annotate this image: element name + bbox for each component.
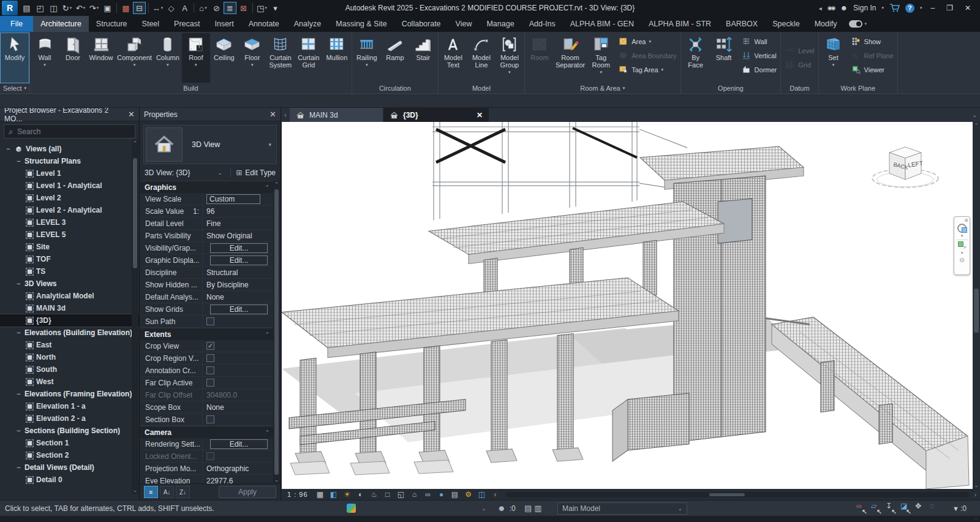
ribbon-button-floor[interactable]: Floor▾	[238, 33, 266, 83]
scrollbar-thumb[interactable]	[709, 493, 745, 496]
tab-modify[interactable]: Modify	[807, 16, 845, 32]
instance-dropdown-icon[interactable]: ⌄	[218, 170, 223, 176]
ribbon-button-area[interactable]: Area▾	[618, 35, 676, 48]
select-links-icon[interactable]: ∞↖	[854, 502, 868, 515]
tab-collaborate[interactable]: Collaborate	[394, 16, 448, 32]
project-properties-icon[interactable]: ▤	[20, 2, 33, 14]
select-underlay-elements-icon[interactable]: ▱↖	[869, 502, 883, 515]
ribbon-button-set[interactable]: Set▾	[820, 33, 848, 83]
tree-item-level-3[interactable]: LEVEL 3	[0, 216, 139, 229]
ribbon-button-stair[interactable]: Stair	[409, 33, 437, 83]
tab-insert[interactable]: Insert	[207, 16, 241, 32]
insert-image-icon[interactable]: ▩	[119, 2, 132, 14]
viewport-horizontal-scrollbar[interactable]	[506, 492, 969, 497]
property-value[interactable]	[203, 377, 274, 388]
redo-icon[interactable]: ↷▾	[88, 2, 100, 14]
tree-item-level-5[interactable]: LEVEL 5	[0, 229, 139, 241]
collapse-icon[interactable]: −	[15, 390, 22, 398]
reveal-hidden-elements-icon[interactable]: ∞	[423, 490, 433, 499]
temporary-view-properties-icon[interactable]: ▤	[450, 490, 460, 499]
tree-item-ts[interactable]: TS	[0, 265, 139, 278]
background-processes-icon[interactable]: ◌	[928, 502, 941, 515]
tab-speckle[interactable]: Speckle	[765, 16, 807, 32]
tree-item-3d[interactable]: {3D}	[0, 314, 139, 327]
dropdown-arrow-icon[interactable]: ▾	[195, 61, 197, 69]
tree-item-structural-plans[interactable]: −Structural Plans	[0, 155, 139, 167]
select-elements-by-face-icon[interactable]: ◪↖	[899, 502, 912, 515]
tab-structure[interactable]: Structure	[89, 16, 135, 32]
print-icon[interactable]: ▣	[101, 2, 114, 14]
ribbon-button-shaft[interactable]: Shaft	[710, 33, 738, 83]
view-scale-control[interactable]: 1 : 96	[287, 491, 308, 498]
tree-item-sections-building-section[interactable]: −Sections (Building Section)	[0, 425, 139, 437]
property-value[interactable]: None	[203, 401, 274, 413]
scrollbar-thumb[interactable]	[133, 158, 137, 268]
text-icon[interactable]: A	[178, 2, 191, 14]
property-value[interactable]	[203, 316, 274, 327]
collapse-icon[interactable]: −	[15, 280, 22, 287]
project-browser-scrollbar[interactable]: ⌃ ⌄	[132, 140, 138, 494]
ribbon-button-dormer[interactable]: Dormer	[741, 63, 777, 76]
tab-steel[interactable]: Steel	[135, 16, 167, 32]
project-browser-header[interactable]: Project Browser - Excavations 2 MO... ✕	[0, 108, 139, 121]
panel-label-opening[interactable]: Opening	[682, 83, 780, 94]
ribbon-button-model-group[interactable]: ModelGroup▾	[496, 33, 524, 83]
tree-item-level-1-analytical[interactable]: Level 1 - Analytical	[0, 180, 139, 192]
project-browser-search-input[interactable]: ⌕ Search	[4, 124, 135, 138]
scroll-down-icon[interactable]: ⌄	[973, 482, 980, 489]
apply-button[interactable]: Apply	[219, 486, 276, 498]
property-value[interactable]: Fine	[203, 218, 274, 229]
section-header-graphics[interactable]: Graphics⌃	[140, 181, 274, 193]
ribbon-button-modify[interactable]: Modify	[1, 33, 29, 83]
tab-scroll-left-icon[interactable]: ‹	[282, 108, 289, 122]
default-3d-view-icon[interactable]: ⌂▾	[197, 2, 209, 14]
dropdown-arrow-icon[interactable]: ▾	[832, 61, 835, 69]
customize-quick-access-icon[interactable]: ▾	[269, 2, 282, 14]
sort-ascending-button[interactable]: A↓	[160, 486, 174, 498]
show-crop-region-icon[interactable]: ◱	[396, 490, 406, 499]
checkbox[interactable]	[206, 366, 214, 374]
ribbon-button-model-line[interactable]: ModelLine	[467, 33, 496, 83]
sort-descending-button[interactable]: Z↓	[176, 486, 190, 498]
panel-label-work-plane[interactable]: Work Plane	[820, 83, 897, 94]
measure-icon[interactable]: ⊟	[133, 2, 146, 14]
ribbon-button-window[interactable]: Window	[87, 33, 115, 83]
sync-with-central-icon[interactable]: ↻▾	[61, 2, 74, 14]
aligned-dimension-icon[interactable]: ↔▾	[151, 2, 164, 14]
checkbox[interactable]: ✓	[206, 342, 214, 350]
panel-label-datum[interactable]: Datum	[782, 83, 817, 94]
dropdown-arrow-icon[interactable]: ▾	[649, 39, 651, 44]
ribbon-button-wall[interactable]: Wall▾	[31, 33, 59, 83]
properties-close-icon[interactable]: ✕	[270, 110, 276, 119]
collapse-icon[interactable]: −	[15, 427, 22, 434]
worksharing-display-icon[interactable]: ⚙	[464, 490, 473, 499]
scroll-up-icon[interactable]: ⌃	[973, 122, 980, 129]
dropdown-arrow-icon[interactable]: ▾	[662, 67, 664, 72]
tree-item-detail-0[interactable]: Detail 0	[0, 474, 139, 486]
collapse-icon[interactable]: −	[15, 329, 22, 336]
thin-lines-icon[interactable]: ≣	[224, 2, 236, 14]
tree-item-elevation-2-a[interactable]: Elevation 2 - a	[0, 412, 139, 425]
dynamo-launcher[interactable]	[347, 501, 356, 516]
property-value[interactable]	[203, 365, 274, 376]
save-icon[interactable]: ◫	[47, 2, 60, 14]
panel-label-room-area[interactable]: Room & Area▾	[526, 83, 680, 94]
tab-architecture[interactable]: Architecture	[33, 16, 89, 32]
tab-analyze[interactable]: Analyze	[287, 16, 328, 32]
tree-item-main-3d[interactable]: MAIN 3d	[0, 302, 139, 314]
active-workset-select[interactable]: Main Model ⌄	[557, 501, 687, 516]
tree-item-views-all[interactable]: −Views (all)	[0, 143, 139, 155]
ribbon-button-curtain-system[interactable]: CurtainSystem	[266, 33, 295, 83]
collapse-section-icon[interactable]: ⌃	[265, 429, 270, 436]
tab-alpha-bim-str[interactable]: ALPHA BIM - STR	[641, 16, 718, 32]
tree-item-section-2[interactable]: Section 2	[0, 449, 139, 461]
panel-label-build[interactable]: Build	[31, 83, 351, 94]
ribbon-button-tag-area[interactable]: Tag Area▾	[618, 63, 676, 76]
tab-precast[interactable]: Precast	[167, 16, 207, 32]
property-value[interactable]: Show Original	[203, 230, 274, 241]
section-header-camera[interactable]: Camera⌃	[140, 426, 274, 438]
ribbon-button-vertical[interactable]: Vertical	[741, 49, 777, 62]
instance-selector[interactable]: 3D View: {3D}	[145, 168, 190, 177]
ribbon-button-wall[interactable]: Wall	[741, 35, 777, 48]
workset-list-icon[interactable]: ▥	[534, 504, 541, 513]
